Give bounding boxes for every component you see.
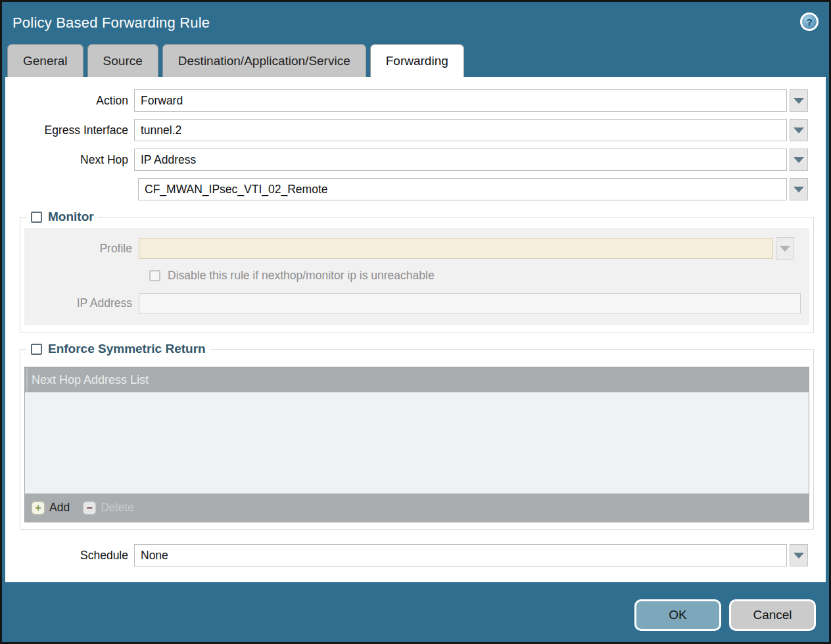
monitor-section: Monitor Profile Disable this rule if nex… — [20, 210, 814, 333]
next-hop-address-list-table: Next Hop Address List + Add − Delete — [24, 367, 809, 522]
profile-label: Profile — [24, 242, 139, 256]
disable-rule-checkbox — [149, 270, 160, 281]
delete-button: − Delete — [83, 501, 134, 515]
help-icon[interactable]: ? — [800, 12, 819, 31]
schedule-row: Schedule None — [5, 544, 826, 566]
schedule-label: Schedule — [5, 549, 134, 563]
action-row: Action Forward — [5, 89, 826, 112]
egress-interface-select[interactable]: tunnel.2 — [134, 119, 787, 141]
next-hop-address-dropdown-button[interactable] — [790, 178, 808, 200]
plus-icon: + — [32, 501, 45, 515]
tab-general[interactable]: General — [7, 44, 83, 77]
dialog-title: Policy Based Forwarding Rule — [12, 14, 210, 32]
disable-rule-row: Disable this rule if nexthop/monitor ip … — [149, 269, 804, 283]
monitor-ip-address-row: IP Address — [24, 293, 804, 313]
monitor-checkbox[interactable] — [31, 212, 42, 223]
delete-button-label: Delete — [101, 501, 134, 515]
tab-bar: General Source Destination/Application/S… — [2, 44, 829, 77]
next-hop-address-select[interactable]: CF_MWAN_IPsec_VTI_02_Remote — [138, 178, 787, 200]
next-hop-address-list-body[interactable] — [25, 392, 809, 492]
monitor-legend-label: Monitor — [48, 210, 94, 224]
profile-select — [139, 238, 773, 259]
next-hop-address-list-header[interactable]: Next Hop Address List — [25, 367, 809, 392]
monitor-legend: Monitor — [27, 210, 98, 224]
tab-destination-application-service[interactable]: Destination/Application/Service — [162, 44, 366, 77]
dialog-titlebar: Policy Based Forwarding Rule ? — [2, 2, 829, 44]
action-select[interactable]: Forward — [134, 89, 787, 112]
minus-icon: − — [83, 501, 96, 515]
egress-interface-row: Egress Interface tunnel.2 — [5, 119, 826, 141]
dialog-footer: OK Cancel — [2, 582, 829, 640]
monitor-ip-address-input — [139, 293, 801, 313]
profile-row: Profile — [24, 237, 804, 260]
forwarding-tab-panel: Action Forward Egress Interface tunnel.2… — [5, 77, 826, 582]
enforce-symmetric-return-section: Enforce Symmetric Return Next Hop Addres… — [20, 342, 814, 530]
next-hop-label: Next Hop — [5, 153, 134, 167]
chevron-down-icon — [794, 553, 804, 559]
chevron-down-icon — [794, 187, 804, 193]
schedule-dropdown-button[interactable] — [790, 544, 808, 566]
tab-forwarding[interactable]: Forwarding — [370, 44, 464, 77]
action-dropdown-button[interactable] — [790, 89, 808, 112]
chevron-down-icon — [794, 127, 804, 133]
disable-rule-label: Disable this rule if nexthop/monitor ip … — [168, 269, 435, 283]
next-hop-type-select[interactable]: IP Address — [134, 149, 787, 171]
profile-dropdown-button — [776, 237, 794, 260]
chevron-down-icon — [794, 157, 804, 163]
egress-interface-label: Egress Interface — [5, 124, 134, 137]
add-button[interactable]: + Add — [32, 501, 70, 515]
next-hop-address-row: CF_MWAN_IPsec_VTI_02_Remote — [5, 178, 826, 200]
chevron-down-icon — [780, 246, 790, 252]
enforce-symmetric-return-legend-label: Enforce Symmetric Return — [48, 342, 206, 356]
monitor-ip-address-label: IP Address — [24, 296, 139, 310]
schedule-select[interactable]: None — [134, 544, 787, 566]
cancel-button[interactable]: Cancel — [729, 599, 816, 631]
add-button-label: Add — [49, 501, 70, 515]
enforce-symmetric-return-legend: Enforce Symmetric Return — [27, 342, 210, 356]
tab-source[interactable]: Source — [87, 44, 158, 77]
ok-button[interactable]: OK — [634, 599, 721, 631]
chevron-down-icon — [794, 98, 804, 104]
enforce-symmetric-return-checkbox[interactable] — [31, 344, 42, 355]
monitor-panel: Profile Disable this rule if nexthop/mon… — [24, 228, 809, 325]
next-hop-address-list-toolbar: + Add − Delete — [25, 494, 809, 522]
egress-interface-dropdown-button[interactable] — [790, 119, 808, 141]
policy-based-forwarding-rule-dialog: Policy Based Forwarding Rule ? General S… — [0, 0, 831, 644]
action-label: Action — [5, 94, 134, 108]
next-hop-row: Next Hop IP Address — [5, 149, 826, 171]
next-hop-type-dropdown-button[interactable] — [790, 149, 808, 171]
